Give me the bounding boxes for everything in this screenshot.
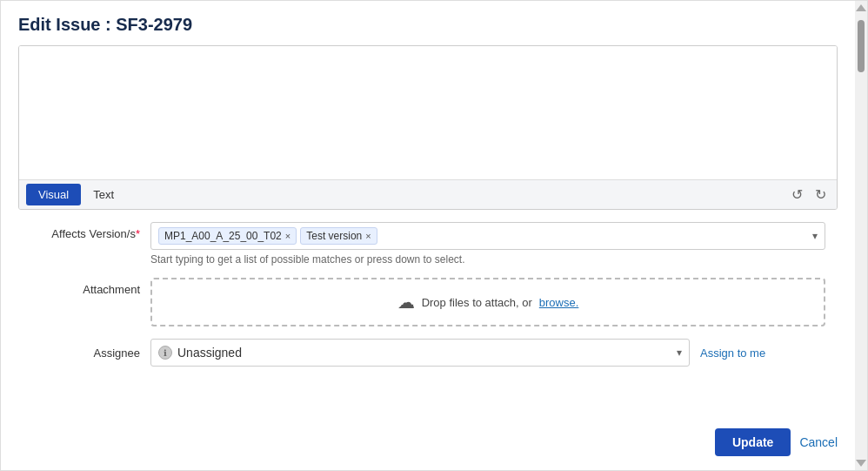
assignee-chevron-icon: ▾ bbox=[677, 347, 682, 359]
editor-tabs: Visual Text bbox=[26, 184, 126, 205]
scroll-up-button[interactable] bbox=[856, 4, 866, 11]
upload-icon: ☁ bbox=[397, 292, 415, 313]
remove-tag-2[interactable]: × bbox=[365, 231, 371, 241]
edit-issue-dialog: Edit Issue : SF3-2979 Visual Text ↺ ↻ bbox=[0, 0, 868, 471]
affects-version-hint: Start typing to get a list of possible m… bbox=[150, 253, 825, 266]
dialog-title: Edit Issue : SF3-2979 bbox=[1, 1, 867, 45]
assignee-select[interactable]: ℹ Unassigned ▾ bbox=[150, 339, 690, 367]
attachment-row: Attachment ☁ Drop files to attach, or br… bbox=[18, 278, 838, 326]
text-tab-button[interactable]: Text bbox=[81, 184, 126, 205]
redo-button[interactable]: ↻ bbox=[811, 185, 830, 205]
attachment-drop-text: Drop files to attach, or bbox=[422, 296, 532, 309]
attachment-dropzone[interactable]: ☁ Drop files to attach, or browse. bbox=[150, 278, 825, 326]
content-area: Visual Text ↺ ↻ Affects Version/s* bbox=[18, 45, 838, 367]
affects-version-row: Affects Version/s* MP1_A00_A_25_00_T02 ×… bbox=[18, 222, 838, 266]
description-editor[interactable] bbox=[19, 46, 837, 177]
undo-button[interactable]: ↺ bbox=[788, 185, 806, 205]
attachment-control: ☁ Drop files to attach, or browse. bbox=[150, 278, 825, 326]
visual-tab-button[interactable]: Visual bbox=[26, 184, 81, 205]
version-tag-1: MP1_A00_A_25_00_T02 × bbox=[158, 227, 297, 245]
scroll-down-button[interactable] bbox=[856, 460, 866, 467]
remove-tag-1[interactable]: × bbox=[285, 231, 290, 241]
chevron-down-icon: ▾ bbox=[812, 230, 818, 242]
editor-container: Visual Text ↺ ↻ bbox=[18, 45, 838, 210]
scroll-thumb[interactable] bbox=[858, 20, 865, 72]
cancel-button[interactable]: Cancel bbox=[799, 435, 838, 449]
attachment-browse-link[interactable]: browse. bbox=[539, 296, 579, 309]
dialog-footer: Update Cancel bbox=[1, 414, 855, 470]
assignee-icon: ℹ bbox=[158, 346, 172, 360]
affects-version-control: MP1_A00_A_25_00_T02 × Test version × ▾ S… bbox=[150, 222, 825, 266]
assignee-label: Assignee bbox=[18, 347, 140, 360]
scrollbar[interactable] bbox=[855, 1, 867, 470]
attachment-label: Attachment bbox=[18, 278, 140, 296]
assignee-value: Unassigned bbox=[177, 346, 242, 360]
affects-version-select[interactable]: MP1_A00_A_25_00_T02 × Test version × ▾ bbox=[150, 222, 825, 250]
dialog-body: Visual Text ↺ ↻ Affects Version/s* bbox=[1, 45, 867, 414]
editor-actions: ↺ ↻ bbox=[788, 185, 830, 205]
affects-version-label: Affects Version/s* bbox=[18, 222, 140, 240]
update-button[interactable]: Update bbox=[715, 428, 791, 456]
editor-toolbar: Visual Text ↺ ↻ bbox=[19, 179, 837, 209]
assign-to-me-link[interactable]: Assign to me bbox=[700, 347, 765, 360]
version-tag-2: Test version × bbox=[300, 227, 377, 245]
assignee-row: Assignee ℹ Unassigned ▾ Assign to me bbox=[18, 339, 838, 367]
